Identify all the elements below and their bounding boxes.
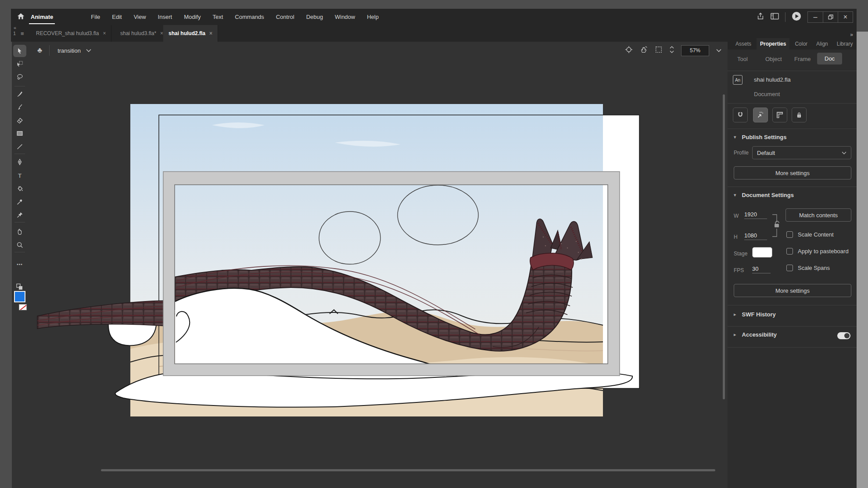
menu-file[interactable]: File xyxy=(91,14,100,20)
horizontal-scrollbar[interactable] xyxy=(101,469,715,471)
scene-icon: ♣ xyxy=(37,46,42,55)
menu-view[interactable]: View xyxy=(134,14,146,20)
workspace-icon[interactable] xyxy=(771,13,779,22)
menu-insert[interactable]: Insert xyxy=(158,14,172,20)
doc-tab-hulud3[interactable]: shai hulud3.fla* × xyxy=(115,25,169,42)
subtab-object[interactable]: Object xyxy=(765,56,782,62)
chevron-down-icon xyxy=(842,151,846,154)
tab-color[interactable]: Color xyxy=(791,38,811,50)
edit-toolbar-more-icon[interactable]: ••• xyxy=(13,258,26,270)
edit-bar: ♣ transition 57% xyxy=(28,42,728,59)
properties-content: Tool Object Frame Doc An shai hulud2.fla… xyxy=(728,50,857,488)
menu-commands[interactable]: Commands xyxy=(235,14,264,20)
clip-content-icon[interactable] xyxy=(655,46,663,55)
document-name: shai hulud2.fla xyxy=(754,76,791,83)
accessibility-title: Accessibility xyxy=(742,331,777,338)
menu-edit[interactable]: Edit xyxy=(112,14,122,20)
zoom-stepper[interactable] xyxy=(670,46,674,55)
snap-align-button[interactable] xyxy=(753,108,768,122)
scene-name[interactable]: transition xyxy=(57,47,81,54)
fps-input[interactable]: 30 xyxy=(752,266,771,273)
minimize-button[interactable]: – xyxy=(808,12,823,22)
timeline-rows-icon[interactable]: ≡ xyxy=(21,30,24,37)
close-button[interactable]: × xyxy=(838,12,853,22)
pen-tool[interactable] xyxy=(13,156,26,169)
selection-tool[interactable] xyxy=(13,45,26,57)
eraser-tool[interactable] xyxy=(13,114,26,126)
swf-history-header[interactable]: ▸SWF History xyxy=(734,311,776,318)
lasso-tool[interactable] xyxy=(13,71,26,83)
match-contents-button[interactable]: Match contents xyxy=(786,208,851,222)
properties-panel: » Assets Properties Color Align Library … xyxy=(728,32,857,488)
swf-history-title: SWF History xyxy=(742,311,776,318)
lock-guides-button[interactable] xyxy=(792,108,807,122)
subtab-doc-active[interactable]: Doc xyxy=(817,53,842,65)
tab-library[interactable]: Library xyxy=(833,38,857,50)
toolbar-divider xyxy=(14,252,25,252)
stage-canvas[interactable] xyxy=(28,59,728,488)
apply-to-pasteboard-checkbox[interactable] xyxy=(786,248,793,255)
profile-select[interactable]: Default xyxy=(752,146,851,159)
menu-help[interactable]: Help xyxy=(367,14,379,20)
accessibility-toggle[interactable] xyxy=(837,332,850,339)
restore-button[interactable] xyxy=(823,12,838,22)
link-wh-icon[interactable] xyxy=(771,212,783,239)
doc-tab-hulud2-active[interactable]: shai hulud2.fla × xyxy=(163,25,218,42)
share-icon[interactable] xyxy=(757,12,764,22)
line-tool[interactable] xyxy=(13,140,26,153)
width-input[interactable]: 1920 xyxy=(744,211,767,219)
collapse-panel-icon[interactable]: « xyxy=(14,25,16,30)
subtab-frame[interactable]: Frame xyxy=(794,56,811,62)
publish-settings-header[interactable]: ▾Publish Settings xyxy=(734,134,786,140)
tab-assets[interactable]: Assets xyxy=(732,38,755,50)
home-icon[interactable] xyxy=(17,13,25,22)
accessibility-header[interactable]: ▸Accessibility xyxy=(734,331,777,338)
panel-expand-icon[interactable]: » xyxy=(850,32,853,38)
rotate-view-icon[interactable] xyxy=(640,46,648,55)
tab-align[interactable]: Align xyxy=(813,38,832,50)
publish-more-settings-button[interactable]: More settings xyxy=(734,166,851,179)
document-type-label: Document xyxy=(754,91,780,97)
tab-close-icon[interactable]: × xyxy=(209,30,212,36)
center-stage-icon[interactable] xyxy=(625,46,633,55)
stage-color-swatch[interactable] xyxy=(752,247,772,258)
animate-doc-icon: An xyxy=(733,75,742,85)
scale-spans-checkbox[interactable] xyxy=(786,265,793,271)
snap-to-objects-button[interactable] xyxy=(733,108,748,122)
titlebar-divider xyxy=(785,12,786,22)
fill-color xyxy=(15,292,25,301)
zoom-tool[interactable] xyxy=(13,239,26,251)
rectangle-tool[interactable] xyxy=(13,127,26,140)
paint-bucket-tool[interactable] xyxy=(13,183,26,195)
asset-warp-tool[interactable] xyxy=(13,209,26,221)
docset-more-settings-button[interactable]: More settings xyxy=(734,284,851,297)
rulers-button[interactable] xyxy=(772,108,787,122)
menu-modify[interactable]: Modify xyxy=(184,14,201,20)
tab-properties[interactable]: Properties xyxy=(757,38,789,50)
vertical-scrollbar[interactable] xyxy=(723,94,725,399)
height-input[interactable]: 1080 xyxy=(744,232,767,240)
test-movie-play-button[interactable] xyxy=(792,11,801,23)
zoom-level-input[interactable]: 57% xyxy=(681,45,709,56)
scale-content-checkbox[interactable] xyxy=(786,231,793,238)
eyedropper-tool[interactable] xyxy=(13,196,26,208)
stroke-color-swatch[interactable] xyxy=(19,304,27,310)
document-settings-title: Document Settings xyxy=(742,192,794,198)
menu-control[interactable]: Control xyxy=(276,14,294,20)
text-tool[interactable]: T xyxy=(13,169,26,182)
menu-window[interactable]: Window xyxy=(335,14,355,20)
fill-color-swatch[interactable] xyxy=(14,291,25,302)
app-name[interactable]: Animate xyxy=(25,14,59,20)
document-settings-header[interactable]: ▾Document Settings xyxy=(734,192,794,198)
hand-tool[interactable] xyxy=(13,226,26,238)
classic-brush-tool[interactable] xyxy=(13,101,26,113)
tab-close-icon[interactable]: × xyxy=(103,30,106,36)
zoom-chevron-down-icon[interactable] xyxy=(716,49,721,52)
menu-text[interactable]: Text xyxy=(212,14,223,20)
fluid-brush-tool[interactable] xyxy=(13,88,26,100)
doc-tab-recover[interactable]: RECOVER_shai hulud3.fla × xyxy=(31,25,111,42)
subtab-tool[interactable]: Tool xyxy=(737,56,748,62)
menu-debug[interactable]: Debug xyxy=(306,14,323,20)
scene-chevron-down-icon[interactable] xyxy=(86,49,91,52)
subselection-tool[interactable] xyxy=(13,58,26,70)
